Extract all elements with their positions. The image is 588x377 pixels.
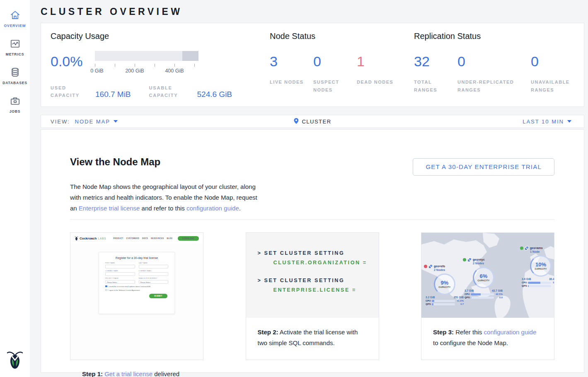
locality-badge-sfo: geo=sfo 2 Nodes 9% CAPACITY 3.2 GiB 351 … [424,264,465,305]
node-cube-icon [428,264,433,268]
step-1-caption: Step 1: Get a trial license delivered st… [70,360,203,377]
time-range-dropdown[interactable]: LAST 10 MIN [523,118,571,125]
sidebar-item-overview[interactable]: OVERVIEW [0,4,30,33]
node-map-description: The Node Map shows the geographical layo… [70,181,264,214]
view-selector-dropdown[interactable]: NODE MAP [75,118,118,125]
capacity-used: 3.6 GiB [522,278,531,280]
sidebar-item-label: DATABASES [2,81,27,85]
capacity-total: 43.7 GiB [492,289,503,292]
registration-form-title: Register for a 30-day trial license [105,256,168,259]
enterprise-trial-license-link[interactable]: Enterprise trial license [79,205,140,212]
suspect-nodes-stat: 0 SUSPECT NODES [313,51,357,94]
caption-text: Refer this [454,329,484,336]
usable-capacity-value: 524.6 GiB [197,90,232,99]
under-replicated-ranges-label: UNDER-REPLICATED RANGES [457,78,524,94]
node-status-title: Node Status [270,31,400,41]
caption-text: to configure the Node Map. [433,339,508,346]
sidebar-item-label: JOBS [10,109,21,114]
locality-name: geo=ams [530,247,543,249]
cpu-bar [471,293,494,295]
field-label: REASON FOR INTEREST [139,278,169,279]
dead-status-icon [424,265,427,268]
under-replicated-ranges-value: 0 [457,51,531,68]
checkbox-unchecked [105,289,107,291]
capacity-used: 3.7 GiB [465,289,474,292]
field-label: PROJECT PHASE [105,278,135,279]
chevron-down-icon [114,120,118,123]
checkbox-checked [105,285,107,288]
capacity-gauge: 9% CAPACITY [434,273,455,295]
live-nodes-stat: 3 LIVE NODES [270,51,313,94]
dead-nodes-stat: 1 DEAD NODES [357,51,400,94]
axis-tick [115,64,115,67]
replication-status-section: Replication Status 32 TOTAL RANGES 0 UND… [414,31,574,94]
suspect-nodes-label: SUSPECT NODES [313,78,351,94]
capacity-bar [95,51,198,61]
checkbox-label: I agree to the Software License Agreemen… [109,289,140,291]
sql-setting: CLUSTER.ORGANIZATION = [273,260,379,266]
capacity-used: 3.2 GiB [426,296,435,299]
site-nav-item: DOCS [142,237,148,239]
chevron-down-icon [567,120,571,123]
live-status-icon [520,247,523,250]
get-trial-license-link[interactable]: Get a trial license [103,370,152,377]
axis-tick-label: 0 GiB [90,68,103,74]
field-label: LAST NAME [139,262,169,264]
axis-tick [95,64,95,67]
axis-tick [174,64,175,67]
sql-prompt: > SET CLUSTER SETTING [258,278,379,283]
sql-prompt: > SET CLUSTER SETTING [258,250,379,256]
step-label: Step 2: [258,329,278,336]
capacity-total: 351 GiB [454,296,464,299]
sidebar-item-jobs[interactable]: JOBS [0,90,30,118]
download-button: DOWNLOAD [178,236,199,241]
unavailable-ranges-stat: 0 UNAVAILABLE RANGES [531,51,574,94]
used-capacity-label: USED CAPACITY [51,84,92,99]
steps-row: Cockroach LABS PRODUCT CUSTOMERS DOCS RE… [70,232,554,360]
live-status-icon [463,258,466,261]
node-status-section: Node Status 3 LIVE NODES 0 SUSPECT NODES… [270,31,400,94]
site-nav: PRODUCT CUSTOMERS DOCS RESOURCES BLOG DO… [113,236,199,241]
checkbox-label: I would like to receive email updates ab… [109,285,151,288]
sidebar: OVERVIEW METRICS DATABASES [0,0,30,377]
used-capacity-value: 160.7 MiB [95,90,131,99]
page-title: CLUSTER OVERVIEW [41,6,588,17]
company-email-field [139,272,169,276]
axis-tick [135,64,135,67]
sidebar-item-label: OVERVIEW [4,24,26,28]
qps-bar [471,297,494,299]
live-nodes-label: LIVE NODES [270,78,308,86]
metrics-chart-icon [10,38,21,49]
enterprise-trial-button[interactable]: GET A 30-DAY ENTERPRISE TRIAL [413,158,554,176]
locality-name: geo=nyc [473,258,485,261]
capacity-usage-title: Capacity Usage [51,31,250,41]
breadcrumb-cluster[interactable]: CLUSTER [293,118,331,126]
sidebar-item-databases[interactable]: DATABASES [0,61,30,90]
node-map-title: View the Node Map [70,156,160,168]
replication-status-title: Replication Status [414,31,574,41]
live-nodes-value: 3 [270,51,313,68]
site-nav-item: PRODUCT [113,237,123,239]
field-label: COMPANY EMAIL [139,270,169,272]
sidebar-item-label: METRICS [6,52,24,56]
site-nav-item: BLOG [167,237,172,239]
field-label: FIRST NAME [105,262,135,264]
step-3-card: geo=sfo 2 Nodes 9% CAPACITY 3.2 GiB 351 … [421,232,554,360]
configuration-guide-link[interactable]: configuration guide [186,205,239,212]
unavailable-ranges-label: UNAVAILABLE RANGES [531,78,569,94]
site-nav-item: CUSTOMERS [126,237,139,239]
home-icon [10,10,21,21]
total-ranges-stat: 32 TOTAL RANGES [414,51,457,94]
cpu-bar [432,300,455,302]
configuration-guide-link[interactable]: configuration guide [484,329,537,336]
step-1-card: Cockroach LABS PRODUCT CUSTOMERS DOCS RE… [70,232,203,360]
description-text: . [239,205,241,212]
qps-bar [432,303,455,305]
description-text: and refer to this [140,205,186,212]
sidebar-item-metrics[interactable]: METRICS [0,33,30,61]
view-label: VIEW: [51,118,70,125]
suspect-nodes-value: 0 [313,51,357,68]
under-replicated-ranges-stat: 0 UNDER-REPLICATED RANGES [457,51,531,94]
locality-node-count: 2 Nodes [434,268,445,271]
main-content: CLUSTER OVERVIEW Capacity Usage 0.0% 0 G… [30,0,588,377]
